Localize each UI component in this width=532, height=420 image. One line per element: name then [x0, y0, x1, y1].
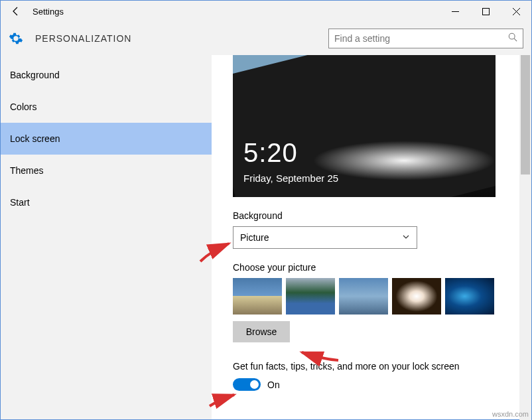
picture-thumb-3[interactable]: [339, 278, 388, 315]
chevron-down-icon: [402, 232, 410, 243]
choose-picture-label: Choose your picture: [233, 262, 531, 273]
toggle-row: On: [233, 378, 531, 391]
search-container: [328, 29, 523, 48]
close-icon: [513, 8, 520, 15]
main-panel: 5:20 Friday, September 25 Background Pic…: [212, 55, 531, 419]
content: Background Colors Lock screen Themes Sta…: [1, 55, 531, 419]
sidebar-item-themes[interactable]: Themes: [1, 155, 212, 186]
search-input[interactable]: [334, 33, 508, 44]
picture-thumb-5[interactable]: [445, 278, 494, 315]
window-title: Settings: [33, 7, 64, 17]
maximize-button[interactable]: [470, 1, 501, 22]
window-controls: [440, 1, 531, 22]
search-icon: [508, 33, 517, 44]
gear-icon: [9, 31, 23, 46]
picture-thumb-1[interactable]: [233, 278, 282, 315]
page-title: PERSONALIZATION: [35, 33, 131, 44]
fun-facts-toggle[interactable]: [233, 378, 261, 391]
maximize-icon: [482, 8, 490, 15]
minimize-button[interactable]: [440, 1, 470, 22]
picture-thumbnails: [233, 278, 531, 315]
toggle-state: On: [267, 380, 280, 390]
background-label: Background: [233, 210, 531, 221]
dropdown-value: Picture: [240, 232, 269, 243]
picture-thumb-4[interactable]: [392, 278, 441, 315]
preview-time: 5:20: [243, 138, 298, 168]
lock-screen-preview: 5:20 Friday, September 25: [233, 55, 496, 197]
sidebar-item-background[interactable]: Background: [1, 59, 212, 91]
scrollbar[interactable]: [519, 55, 531, 420]
svg-rect-1: [482, 8, 489, 15]
sidebar-item-start[interactable]: Start: [1, 186, 212, 218]
sidebar-item-colors[interactable]: Colors: [1, 91, 212, 123]
watermark: wsxdn.com: [492, 410, 529, 418]
close-button[interactable]: [501, 1, 531, 22]
fun-facts-label: Get fun facts, tips, tricks, and more on…: [233, 361, 531, 372]
sidebar: Background Colors Lock screen Themes Sta…: [1, 55, 212, 419]
svg-line-5: [514, 38, 517, 41]
arrow-left-icon: [11, 6, 21, 17]
minimize-icon: [452, 8, 459, 15]
background-dropdown[interactable]: Picture: [233, 226, 417, 249]
sidebar-item-lock-screen[interactable]: Lock screen: [1, 123, 212, 155]
browse-button[interactable]: Browse: [233, 321, 290, 342]
back-button[interactable]: [6, 1, 26, 21]
search-box[interactable]: [328, 29, 523, 48]
settings-window: Settings PERSONALIZATION: [0, 0, 532, 420]
titlebar: Settings: [1, 1, 531, 22]
svg-point-4: [509, 33, 515, 39]
picture-thumb-2[interactable]: [286, 278, 335, 315]
header: PERSONALIZATION: [1, 22, 531, 55]
preview-date: Friday, September 25: [243, 173, 338, 184]
scrollbar-thumb[interactable]: [521, 55, 530, 175]
